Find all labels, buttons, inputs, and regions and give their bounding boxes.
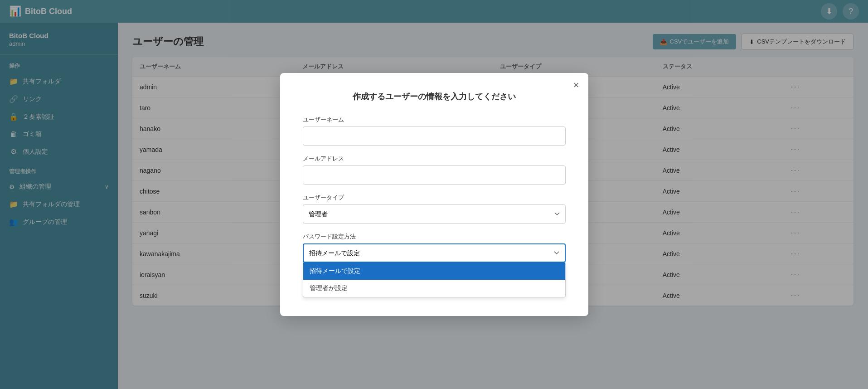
password-method-dropdown-container: 招待メールで設定 管理者が設定 招待メールで設定 管理者が設定 [303,243,566,263]
password-method-label: パスワード設定方法 [303,233,566,241]
user-type-form-group: ユーザータイプ 管理者 一般 [303,194,566,224]
email-form-group: メールアドレス [303,155,566,185]
password-method-form-group: パスワード設定方法 招待メールで設定 管理者が設定 招待メールで設定 管理者が設… [303,233,566,263]
email-label: メールアドレス [303,155,566,163]
dropdown-option-invite[interactable]: 招待メールで設定 [303,263,565,280]
create-user-modal: × 作成するユーザーの情報を入力してください ユーザーネーム メールアドレス ユ… [280,73,588,316]
modal-close-button[interactable]: × [573,80,579,90]
email-input[interactable] [303,165,566,185]
username-input[interactable] [303,126,566,146]
password-method-select[interactable]: 招待メールで設定 管理者が設定 [303,243,566,263]
app-shell: 📊 BitoB Cloud ⬇ ? BitoB Cloud admin 操作 📁… [0,0,868,389]
modal-title: 作成するユーザーの情報を入力してください [303,91,566,102]
username-label: ユーザーネーム [303,116,566,124]
user-type-select[interactable]: 管理者 一般 [303,204,566,224]
dropdown-option-admin-set[interactable]: 管理者が設定 [303,280,565,297]
password-method-dropdown-list: 招待メールで設定 管理者が設定 [303,263,566,297]
username-form-group: ユーザーネーム [303,116,566,146]
user-type-label: ユーザータイプ [303,194,566,202]
modal-overlay: × 作成するユーザーの情報を入力してください ユーザーネーム メールアドレス ユ… [0,0,868,389]
